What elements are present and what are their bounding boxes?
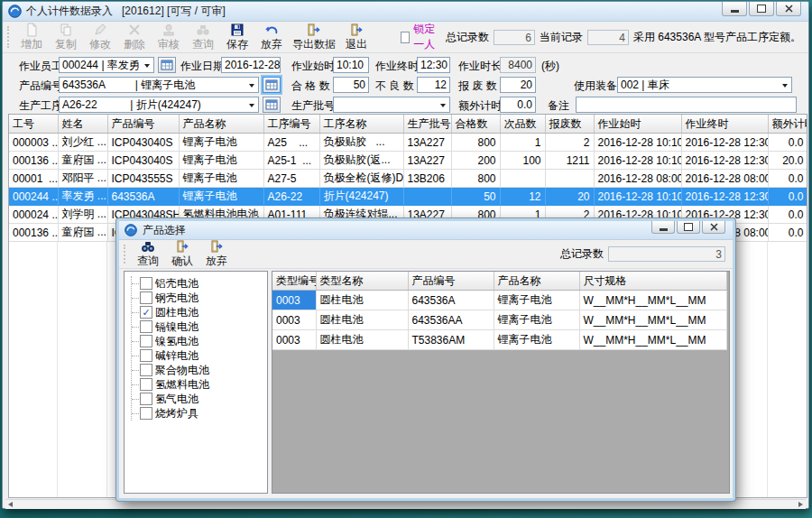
toolbar-button-2[interactable]: 放弃 bbox=[199, 241, 234, 267]
tree-item-8[interactable]: 氢气电池 bbox=[132, 392, 267, 406]
cell[interactable]: 0.0 bbox=[768, 224, 807, 242]
column-header-8[interactable]: 次品数 bbox=[500, 115, 545, 134]
cell[interactable]: 刘少红 ... bbox=[58, 134, 107, 152]
process-lookup-button[interactable] bbox=[263, 97, 281, 113]
tree-item-1[interactable]: 钢壳电池 bbox=[132, 291, 267, 305]
unchecked-checkbox-icon[interactable] bbox=[140, 407, 152, 420]
cell[interactable]: 锂离子电池 bbox=[179, 188, 263, 206]
cell[interactable]: 0003 bbox=[272, 310, 316, 330]
restore-button[interactable] bbox=[749, 2, 774, 16]
cell[interactable]: ICP043040S bbox=[107, 152, 179, 170]
toolbar-button-1[interactable]: 确认 bbox=[165, 241, 199, 267]
cell[interactable]: A26-22 bbox=[263, 188, 319, 206]
cell[interactable]: 2016-12-28 12:30 bbox=[681, 188, 768, 206]
table-row[interactable]: 00001 ...邓阳平 ...ICP043555S锂离子电池A27-5负极全检… bbox=[9, 170, 807, 188]
column-header-6[interactable]: 生产批号 bbox=[403, 115, 451, 134]
cell[interactable]: 折片(424247) bbox=[319, 188, 403, 206]
end-time-field[interactable]: 12:30 bbox=[417, 57, 450, 73]
cell[interactable]: 2016-12-28 08:00 bbox=[594, 170, 681, 188]
column-header-9[interactable]: 报废数 bbox=[545, 115, 594, 134]
close-button[interactable] bbox=[776, 2, 801, 16]
column-header-10[interactable]: 作业始时 bbox=[594, 115, 681, 134]
column-header-3[interactable]: 产品名称 bbox=[494, 272, 579, 291]
unchecked-checkbox-icon[interactable] bbox=[140, 291, 152, 304]
cell[interactable]: 643536A bbox=[107, 188, 179, 206]
cell[interactable]: 000024 ... bbox=[9, 206, 58, 224]
cell[interactable]: 0003 bbox=[272, 291, 316, 310]
cell[interactable]: 2016-12-28 10:10 bbox=[594, 134, 681, 152]
product-lookup-button[interactable] bbox=[263, 77, 281, 93]
extra-time-field[interactable]: 0.0 bbox=[500, 97, 536, 113]
cell[interactable]: 锂离子电池 bbox=[494, 291, 579, 310]
cell[interactable]: 800 bbox=[451, 170, 500, 188]
scroll-left-icon[interactable] bbox=[8, 502, 13, 507]
dialog-close-button[interactable] bbox=[702, 221, 725, 234]
table-row[interactable]: 000003 ...刘少红 ...ICP043040S锂离子电池A25 ...负… bbox=[9, 134, 807, 152]
cell[interactable]: 圆柱电池 bbox=[316, 310, 408, 330]
column-header-1[interactable]: 类型名称 bbox=[316, 272, 408, 291]
cell[interactable]: 2016-12-28 12:30 bbox=[681, 134, 768, 152]
unchecked-checkbox-icon[interactable] bbox=[140, 364, 152, 376]
cell[interactable]: 负极贴胶(返... bbox=[319, 152, 403, 170]
toolbar-button-8[interactable]: 导出数据 bbox=[289, 23, 339, 51]
unchecked-checkbox-icon[interactable] bbox=[140, 378, 152, 391]
batch-combo[interactable] bbox=[333, 97, 450, 113]
dialog-minimize-button[interactable] bbox=[651, 221, 675, 234]
cell[interactable]: 1 bbox=[500, 134, 545, 152]
column-header-1[interactable]: 姓名 bbox=[58, 115, 107, 134]
cell[interactable]: A27-5 bbox=[263, 170, 319, 188]
cell[interactable]: 锂离子电池 bbox=[494, 330, 579, 350]
toolbar-button-9[interactable]: 退出 bbox=[339, 23, 374, 51]
toolbar-button-7[interactable]: 放弃 bbox=[254, 23, 289, 51]
pass-count-field[interactable]: 50 bbox=[333, 77, 369, 93]
work-date-field[interactable]: 2016-12-28 bbox=[221, 57, 281, 73]
column-header-0[interactable]: 类型编号 bbox=[272, 272, 316, 291]
column-header-2[interactable]: 产品编号 bbox=[107, 115, 179, 134]
cell[interactable] bbox=[545, 170, 594, 188]
table-row[interactable]: 0003圆柱电池T53836AM锂离子电池W__MM*H__MM*L__MM bbox=[272, 330, 726, 350]
cell[interactable] bbox=[500, 170, 545, 188]
unchecked-checkbox-icon[interactable] bbox=[140, 349, 152, 362]
column-header-2[interactable]: 产品编号 bbox=[408, 272, 494, 291]
table-row[interactable]: 0003圆柱电池643536A锂离子电池W__MM*H__MM*L__MM bbox=[272, 291, 726, 310]
equipment-combo[interactable]: 002 | 車床 bbox=[617, 77, 792, 93]
tree-item-0[interactable]: 铝壳电池 bbox=[132, 276, 267, 291]
cell[interactable] bbox=[403, 188, 451, 206]
worker-combo[interactable]: 000244 | 率发勇 bbox=[59, 57, 154, 73]
cell[interactable]: 锂离子电池 bbox=[179, 170, 263, 188]
cell[interactable]: 童府国 ... bbox=[58, 152, 107, 170]
column-header-11[interactable]: 作业终时 bbox=[681, 115, 768, 134]
tree-item-2[interactable]: ✓圆柱电池 bbox=[132, 305, 267, 319]
cell[interactable]: W__MM*H__MM*L__MM bbox=[579, 291, 726, 310]
cell[interactable]: 2 bbox=[545, 134, 594, 152]
cell[interactable]: A25 ... bbox=[263, 134, 319, 152]
checked-checkbox-icon[interactable]: ✓ bbox=[140, 306, 152, 319]
main-titlebar[interactable]: 个人计件数据录入 [201612] [可写 / 可审] bbox=[3, 2, 808, 22]
cell[interactable]: 000136 ... bbox=[9, 224, 58, 242]
column-header-5[interactable]: 工序名称 bbox=[319, 115, 403, 134]
cell[interactable]: 643536A bbox=[408, 291, 494, 310]
toolbar-button-0[interactable]: 查询 bbox=[131, 241, 165, 267]
cell[interactable]: 2016-12-28 08:00 bbox=[681, 170, 768, 188]
dialog-titlebar[interactable]: 产品选择 bbox=[119, 221, 733, 240]
cell[interactable]: 13B206 bbox=[403, 170, 451, 188]
toolbar-button-6[interactable]: 保存 bbox=[220, 23, 254, 51]
cell[interactable]: 负极全检(返修)D bbox=[319, 170, 403, 188]
worker-lookup-button[interactable] bbox=[158, 57, 176, 73]
cell[interactable]: 200 bbox=[451, 152, 500, 170]
tree-item-3[interactable]: 镉镍电池 bbox=[132, 319, 267, 334]
cell[interactable]: 锂离子电池 bbox=[179, 152, 263, 170]
cell[interactable]: 圆柱电池 bbox=[316, 291, 408, 310]
cell[interactable]: 0.0 bbox=[768, 206, 807, 224]
cell[interactable]: 刘学明 ... bbox=[58, 206, 107, 224]
table-row[interactable]: 0003圆柱电池643536AA锂离子电池W__MM*H__MM*L__MM bbox=[272, 310, 726, 330]
tree-item-4[interactable]: 镍氢电池 bbox=[132, 334, 267, 348]
unchecked-checkbox-icon[interactable] bbox=[140, 277, 152, 290]
cell[interactable]: W__MM*H__MM*L__MM bbox=[579, 310, 726, 330]
start-time-field[interactable]: 10:10 bbox=[333, 57, 369, 73]
product-combo[interactable]: 643536A | 锂离子电池 bbox=[59, 77, 259, 93]
cell[interactable]: 童府国 ... bbox=[58, 224, 107, 242]
cell[interactable]: 100 bbox=[500, 152, 545, 170]
cell[interactable]: 锂离子电池 bbox=[494, 310, 579, 330]
cell[interactable]: ICP043040S bbox=[107, 134, 179, 152]
